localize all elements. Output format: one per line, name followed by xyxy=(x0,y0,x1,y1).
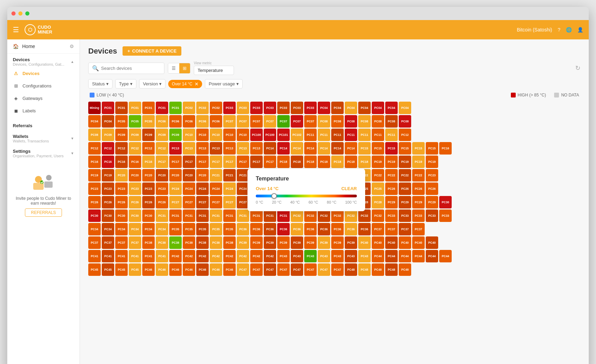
device-cell[interactable]: PC43 xyxy=(277,250,290,262)
device-cell[interactable]: PC04 xyxy=(331,102,344,114)
device-cell[interactable]: PC16 xyxy=(102,156,114,168)
device-cell[interactable]: PC32 xyxy=(372,209,384,222)
device-cell[interactable]: PC17 xyxy=(196,156,209,168)
device-cell[interactable]: PC33 xyxy=(385,209,398,222)
device-cell[interactable]: PC34 xyxy=(156,223,168,235)
device-cell[interactable]: PC24 xyxy=(223,183,236,195)
device-cell[interactable]: PC48 xyxy=(385,263,398,276)
device-cell[interactable]: PC32 xyxy=(304,209,317,222)
device-cell[interactable]: PC36 xyxy=(237,223,249,235)
device-cell[interactable]: PC13 xyxy=(210,142,222,155)
device-cell[interactable]: PC12 xyxy=(142,142,155,155)
device-cell[interactable]: PC100 xyxy=(250,129,263,141)
device-cell[interactable]: PC27 xyxy=(196,196,209,208)
grid-view-button[interactable]: ⊞ xyxy=(179,63,190,73)
device-cell[interactable]: PC31 xyxy=(250,209,263,222)
device-cell[interactable]: PC17 xyxy=(223,156,236,168)
device-cell[interactable]: PC11 xyxy=(345,129,357,141)
device-cell[interactable]: PC06 xyxy=(210,115,222,128)
device-cell[interactable]: PC13 xyxy=(237,142,249,155)
device-cell[interactable]: PC16 xyxy=(439,142,452,155)
type-filter[interactable]: Type ▾ xyxy=(115,79,136,88)
device-cell[interactable]: PC29 xyxy=(412,196,425,208)
device-cell[interactable]: PC43 xyxy=(291,250,303,262)
device-cell[interactable]: PC37 xyxy=(372,223,384,235)
device-cell[interactable]: PC15 xyxy=(399,142,411,155)
device-cell[interactable]: PC37 xyxy=(129,236,141,249)
device-cell[interactable]: PC16 xyxy=(129,156,141,168)
device-cell[interactable]: PC30 xyxy=(142,209,155,222)
device-cell[interactable]: PC43 xyxy=(304,250,317,262)
view-metric-select[interactable]: Temperature Power usage Hashrate xyxy=(194,66,234,75)
device-cell[interactable]: PC31 xyxy=(223,209,236,222)
device-cell[interactable]: PC02 xyxy=(183,102,195,114)
help-icon[interactable]: ? xyxy=(558,27,560,32)
device-cell[interactable]: PC24 xyxy=(210,183,222,195)
hamburger-icon[interactable]: ☰ xyxy=(13,26,19,34)
device-cell[interactable]: PC23 xyxy=(142,183,155,195)
device-cell[interactable]: PC31 xyxy=(210,209,222,222)
device-cell[interactable]: PC46 xyxy=(142,263,155,276)
minimize-button[interactable] xyxy=(18,11,22,16)
sidebar-item-gateways[interactable]: ◈ Gateways xyxy=(7,92,80,104)
device-cell[interactable]: PC26 xyxy=(412,183,425,195)
device-cell[interactable]: PC35 xyxy=(223,223,236,235)
device-cell[interactable]: PC03 xyxy=(291,102,303,114)
device-cell[interactable]: PC35 xyxy=(169,223,182,235)
device-cell[interactable]: PC18 xyxy=(331,156,344,168)
list-view-button[interactable]: ☰ xyxy=(168,63,179,73)
device-cell[interactable]: PC10 xyxy=(210,129,222,141)
device-cell[interactable]: PC20 xyxy=(156,169,168,181)
device-cell[interactable]: PC01 xyxy=(115,102,128,114)
device-cell[interactable]: PC05 xyxy=(142,115,155,128)
device-cell[interactable]: PC17 xyxy=(169,156,182,168)
device-cell[interactable]: PC26 xyxy=(385,183,398,195)
device-cell[interactable]: PC44 xyxy=(439,250,452,262)
device-cell[interactable]: PC08 xyxy=(331,115,344,128)
device-cell[interactable]: PC24 xyxy=(196,183,209,195)
sidebar-item-home[interactable]: 🏠 Home ⚙ xyxy=(7,39,80,54)
device-cell[interactable]: PC27 xyxy=(169,196,182,208)
device-cell[interactable]: PC13 xyxy=(169,142,182,155)
device-cell[interactable]: PC19 xyxy=(426,156,438,168)
device-cell[interactable]: PC18 xyxy=(358,156,371,168)
device-cell[interactable]: PC31 xyxy=(264,209,276,222)
device-cell[interactable]: PC14 xyxy=(345,142,357,155)
device-cell[interactable]: PC31 xyxy=(156,209,168,222)
device-cell[interactable]: PC38 xyxy=(156,236,168,249)
device-cell[interactable]: PC15 xyxy=(372,142,384,155)
device-cell[interactable]: PC14 xyxy=(331,142,344,155)
device-cell[interactable]: PC102 xyxy=(291,129,303,141)
settings-section-header[interactable]: Settings Organisation, Payment, Users ▼ xyxy=(7,145,80,159)
device-cell[interactable]: PC03 xyxy=(223,102,236,114)
device-cell[interactable]: PC08 xyxy=(372,115,384,128)
device-cell[interactable]: PC42 xyxy=(169,250,182,262)
device-cell[interactable]: PC100 xyxy=(264,129,276,141)
refresh-button[interactable]: ↻ xyxy=(575,64,580,72)
device-cell[interactable]: PC13 xyxy=(196,142,209,155)
device-cell[interactable]: PC45 xyxy=(88,263,101,276)
device-cell[interactable]: PC07 xyxy=(291,115,303,128)
device-cell[interactable]: PC23 xyxy=(426,169,438,181)
device-cell[interactable]: PC27 xyxy=(210,196,222,208)
device-cell[interactable]: PC19 xyxy=(372,156,384,168)
device-cell[interactable]: PC43 xyxy=(331,250,344,262)
device-cell[interactable]: PC05 xyxy=(115,115,128,128)
slider-thumb[interactable] xyxy=(271,193,277,199)
device-cell[interactable]: PC12 xyxy=(399,129,411,141)
device-cell[interactable]: PC07 xyxy=(277,115,290,128)
sidebar-item-devices[interactable]: ⚠ Devices xyxy=(7,67,80,80)
device-cell[interactable]: PC12 xyxy=(156,142,168,155)
device-cell[interactable]: PC46 xyxy=(183,263,195,276)
device-cell[interactable]: PC44 xyxy=(385,250,398,262)
device-cell[interactable]: PC38 xyxy=(210,236,222,249)
status-filter[interactable]: Status ▾ xyxy=(88,79,112,88)
device-cell[interactable]: PC09 xyxy=(129,129,141,141)
device-cell[interactable]: PC27 xyxy=(183,196,195,208)
device-cell[interactable]: PC20 xyxy=(115,169,128,181)
device-cell[interactable]: PC18 xyxy=(304,156,317,168)
device-cell[interactable]: PC11 xyxy=(318,129,330,141)
device-cell[interactable]: PC08 xyxy=(385,115,398,128)
device-cell[interactable]: PC04 xyxy=(399,102,411,114)
device-cell[interactable]: PC34 xyxy=(115,223,128,235)
